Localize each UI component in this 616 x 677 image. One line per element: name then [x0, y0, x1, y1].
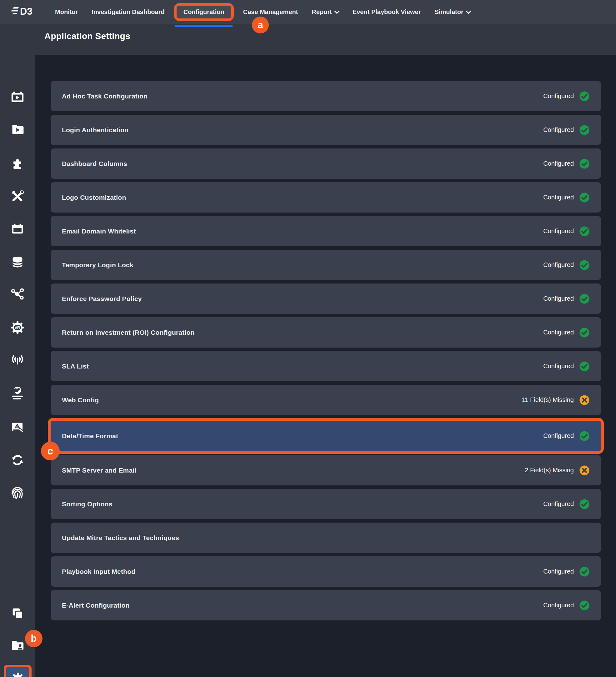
status-text: Configured	[543, 500, 574, 508]
status-text: Configured	[543, 261, 574, 269]
settings-row[interactable]: Update Mitre Tactics and Techniques	[51, 523, 601, 553]
status-text: Configured	[543, 126, 574, 133]
settings-row[interactable]: Dashboard Columns Configured	[51, 148, 601, 179]
application-settings-gear-button[interactable]	[4, 665, 32, 677]
chevron-down-icon	[335, 9, 339, 13]
svg-text:D3: D3	[20, 6, 33, 17]
status-text: Configured	[543, 194, 574, 201]
setting-label: Temporary Login Lock	[62, 261, 134, 269]
nav-item[interactable]: Simulator	[434, 8, 470, 16]
top-navigation-bar: D3 Monitor Investigation Dashboard Confi…	[0, 0, 616, 24]
nav-item[interactable]: Configuration	[174, 3, 234, 21]
nav-item[interactable]: Event Playbook Viewer	[352, 8, 421, 16]
settings-row[interactable]: Web Config 11 Field(s) Missing	[51, 385, 601, 415]
nav-item[interactable]: Report	[312, 8, 338, 16]
setting-label: Web Config	[62, 396, 99, 404]
setting-status: Configured	[543, 125, 590, 135]
annotation-badge-c: c	[41, 442, 60, 460]
status-text: Configured	[543, 228, 574, 235]
nav-item[interactable]: Investigation Dashboard	[92, 8, 164, 16]
setting-status: Configured	[543, 361, 590, 372]
settings-row[interactable]: E-Alert Configuration Configured	[51, 590, 601, 621]
d3-logo[interactable]: D3	[9, 5, 41, 18]
status-text: Configured	[543, 363, 574, 370]
setting-status: Configured	[543, 226, 590, 237]
status-text: Configured	[543, 602, 574, 609]
broadcast-icon[interactable]	[0, 353, 35, 368]
configured-check-icon	[579, 125, 590, 135]
configured-check-icon	[579, 192, 590, 203]
nav-item-label: Report	[312, 8, 332, 16]
setting-status: Configured	[543, 431, 590, 441]
missing-x-icon	[579, 465, 590, 476]
nav-item[interactable]: Case Management	[243, 8, 298, 16]
status-text: Configured	[543, 295, 574, 302]
status-text: 11 Field(s) Missing	[522, 396, 574, 404]
nav-item-label: Monitor	[55, 8, 78, 16]
settings-row[interactable]: Email Domain Whitelist Configured	[51, 216, 601, 246]
setting-label: Dashboard Columns	[62, 160, 127, 168]
fingerprint-icon[interactable]	[0, 485, 35, 500]
nav-item-label: Simulator	[434, 8, 463, 16]
status-text: Configured	[543, 93, 574, 100]
setting-label: Enforce Password Policy	[62, 295, 142, 303]
missing-x-icon	[579, 395, 590, 405]
configured-check-icon	[579, 260, 590, 270]
setting-label: Update Mitre Tactics and Techniques	[62, 534, 179, 542]
copy-pages-icon[interactable]	[0, 606, 35, 621]
api-settings-gear-icon[interactable]: API	[0, 320, 35, 335]
setting-status: Configured	[543, 499, 590, 509]
setting-status: 2 Field(s) Missing	[525, 465, 590, 476]
setting-label: Email Domain Whitelist	[62, 228, 136, 235]
left-icon-sidebar: API	[0, 24, 35, 677]
link-analysis-icon[interactable]	[0, 287, 35, 302]
settings-row[interactable]: SLA List Configured	[51, 351, 601, 381]
settings-row[interactable]: Temporary Login Lock Configured	[51, 250, 601, 280]
settings-row[interactable]: Date/Time Format Configured	[51, 421, 601, 451]
nav-item-label: Case Management	[243, 8, 298, 16]
status-text: Configured	[543, 329, 574, 336]
settings-row[interactable]: Ad Hoc Task Configuration Configured	[51, 81, 601, 111]
configured-check-icon	[579, 361, 590, 372]
setting-label: Sorting Options	[62, 500, 112, 508]
nav-items: Monitor Investigation Dashboard Configur…	[55, 8, 470, 16]
calendar-icon[interactable]	[0, 222, 35, 237]
settings-row[interactable]: SMTP Server and Email 2 Field(s) Missing	[51, 455, 601, 485]
settings-row[interactable]: Return on Investment (ROI) Configuration…	[51, 317, 601, 348]
settings-row[interactable]: Logo Customization Configured	[51, 182, 601, 213]
nav-item-label: Investigation Dashboard	[92, 8, 164, 16]
nav-item-label: Event Playbook Viewer	[352, 8, 421, 16]
setting-status: Configured	[543, 192, 590, 203]
data-sync-icon[interactable]	[0, 453, 35, 467]
settings-row[interactable]: Enforce Password Policy Configured	[51, 283, 601, 314]
page-title: Application Settings	[44, 31, 130, 41]
integrations-puzzle-icon[interactable]	[0, 156, 35, 171]
annotation-badge-b: b	[25, 630, 43, 647]
scheduled-playbook-icon[interactable]	[0, 90, 35, 105]
setting-status: Configured	[543, 294, 590, 304]
status-text: Configured	[543, 432, 574, 440]
configured-check-icon	[579, 499, 590, 509]
setting-status: 11 Field(s) Missing	[522, 395, 590, 405]
nav-item[interactable]: Monitor	[55, 8, 78, 16]
playbook-library-icon[interactable]	[0, 122, 35, 137]
settings-row[interactable]: Login Authentication Configured	[51, 115, 601, 145]
annotation-badge-a: a	[252, 16, 269, 34]
configured-check-icon	[579, 600, 590, 611]
utility-tools-icon[interactable]	[0, 188, 35, 204]
status-text: 2 Field(s) Missing	[525, 467, 574, 474]
configured-check-icon	[579, 159, 590, 169]
database-icon[interactable]	[0, 255, 35, 269]
d3-logo-icon: D3	[9, 5, 41, 18]
setting-label: SLA List	[62, 363, 89, 370]
settings-row[interactable]: Sorting Options Configured	[51, 489, 601, 519]
settings-row[interactable]: Playbook Input Method Configured	[51, 556, 601, 587]
setting-status: Configured	[543, 260, 590, 270]
geolocation-icon[interactable]	[0, 386, 35, 400]
setting-status: Configured	[543, 159, 590, 169]
setting-label: Date/Time Format	[62, 432, 118, 440]
configured-check-icon	[579, 91, 590, 101]
svg-text:API: API	[15, 326, 20, 329]
configured-check-icon	[579, 294, 590, 304]
incident-alert-form-icon[interactable]	[0, 420, 35, 435]
